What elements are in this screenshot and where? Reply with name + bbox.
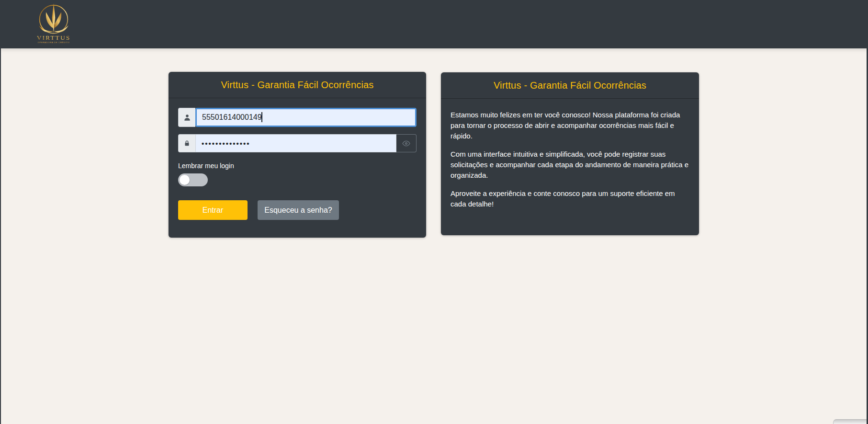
username-input-wrap <box>195 108 417 127</box>
welcome-paragraph-1: Estamos muito felizes em ter você conosc… <box>451 110 689 141</box>
welcome-paragraph-3: Aproveite a experiência e conte conosco … <box>451 188 689 209</box>
virttus-emblem-icon: VIRTTUS OPERADORA DE CRÉDITO <box>32 2 76 47</box>
welcome-card-header: Virttus - Garantia Fácil Ocorrências <box>441 72 699 99</box>
password-input-group <box>178 134 417 152</box>
brand-tagline: OPERADORA DE CRÉDITO <box>38 41 70 44</box>
login-actions: Entrar Esqueceu a senha? <box>178 200 417 220</box>
toggle-knob <box>180 175 190 185</box>
hidden-widget-corner <box>833 419 867 424</box>
login-card-title: Virttus - Garantia Fácil Ocorrências <box>221 80 373 91</box>
remember-login-label: Lembrar meu login <box>178 162 417 170</box>
text-caret <box>261 112 262 122</box>
welcome-card-body: Estamos muito felizes em ter você conosc… <box>441 99 699 209</box>
login-button[interactable]: Entrar <box>178 200 248 220</box>
welcome-card-title: Virttus - Garantia Fácil Ocorrências <box>494 80 646 91</box>
lock-icon <box>183 139 191 147</box>
eye-icon <box>402 139 411 148</box>
page-edge-left <box>0 0 1 424</box>
top-navbar: VIRTTUS OPERADORA DE CRÉDITO <box>0 0 868 48</box>
remember-login-toggle[interactable] <box>178 173 208 186</box>
welcome-card: Virttus - Garantia Fácil Ocorrências Est… <box>441 72 699 235</box>
brand-name: VIRTTUS <box>37 34 71 41</box>
login-card-body: Lembrar meu login Entrar Esqueceu a senh… <box>169 98 426 220</box>
login-card-header: Virttus - Garantia Fácil Ocorrências <box>169 72 426 98</box>
username-input[interactable] <box>195 108 417 127</box>
person-icon <box>183 114 191 121</box>
username-input-group <box>178 108 417 127</box>
brand-logo[interactable]: VIRTTUS OPERADORA DE CRÉDITO <box>32 2 76 47</box>
password-input-wrap <box>195 134 396 152</box>
password-prepend <box>178 134 195 152</box>
username-prepend <box>178 108 195 127</box>
forgot-password-button[interactable]: Esqueceu a senha? <box>258 200 339 220</box>
login-card: Virttus - Garantia Fácil Ocorrências <box>169 72 426 238</box>
welcome-paragraph-2: Com uma interface intuitiva e simplifica… <box>451 149 689 181</box>
toggle-password-visibility-button[interactable] <box>396 134 417 152</box>
password-input[interactable] <box>195 134 396 152</box>
